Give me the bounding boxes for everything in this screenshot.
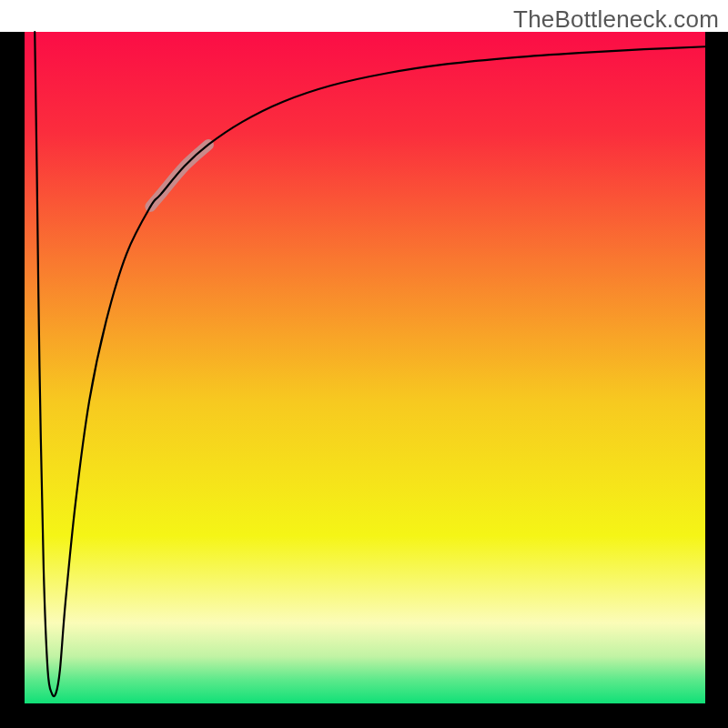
chart-curve-canvas [0, 0, 728, 728]
watermark-text: TheBottleneck.com [513, 5, 719, 34]
chart-frame: TheBottleneck.com [0, 0, 728, 728]
